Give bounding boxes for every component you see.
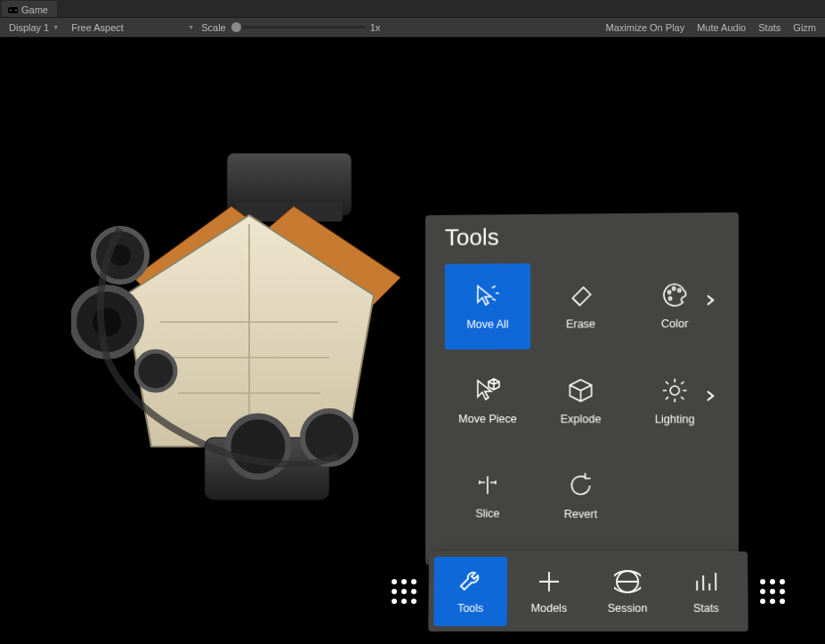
svg-point-16 xyxy=(136,351,175,390)
slider-thumb[interactable] xyxy=(231,22,241,32)
aspect-dropdown[interactable]: Free Aspect ▼ xyxy=(66,20,199,35)
nav-label: Stats xyxy=(693,602,719,615)
maximize-on-play-button[interactable]: Maximize On Play xyxy=(601,20,691,35)
tool-label: Color xyxy=(661,318,689,330)
nav-session[interactable]: Session xyxy=(591,557,664,626)
game-viewport[interactable]: Tools Move AllEraseColorMove PieceExplod… xyxy=(0,37,825,644)
plus-icon xyxy=(536,568,562,595)
wrench-icon xyxy=(457,568,484,595)
gizmos-button[interactable]: Gizm xyxy=(788,20,821,35)
nav-bar: ToolsModelsSessionStats xyxy=(428,551,748,632)
panel-title: Tools xyxy=(445,221,726,252)
tool-label: Revert xyxy=(564,508,597,520)
revert-icon xyxy=(567,472,594,499)
tool-label: Erase xyxy=(566,318,595,330)
tool-move-piece[interactable]: Move Piece xyxy=(445,358,530,445)
editor-tab-bar: Game xyxy=(0,0,825,18)
display-label: Display 1 xyxy=(9,22,49,33)
scale-slider[interactable] xyxy=(231,26,365,28)
tool-color[interactable]: Color xyxy=(631,262,718,350)
game-toolbar: Display 1 ▼ Free Aspect ▼ Scale 1x Maxim… xyxy=(0,18,825,37)
drag-handle-left[interactable] xyxy=(388,576,420,608)
sun-icon xyxy=(661,377,689,404)
nav-label: Session xyxy=(608,602,648,615)
tool-label: Slice xyxy=(475,507,499,519)
nav-label: Tools xyxy=(457,602,483,615)
tool-explode[interactable]: Explode xyxy=(538,358,624,445)
chevron-right-icon xyxy=(706,390,715,405)
bars-icon xyxy=(692,568,719,595)
palette-icon xyxy=(661,281,689,309)
nav-models[interactable]: Models xyxy=(513,557,586,626)
tool-label: Move Piece xyxy=(458,413,516,425)
tool-label: Lighting xyxy=(655,413,695,425)
tool-move-all[interactable]: Move All xyxy=(445,263,530,350)
nav-stats[interactable]: Stats xyxy=(669,557,743,626)
display-dropdown[interactable]: Display 1 ▼ xyxy=(4,20,64,35)
engine-model[interactable] xyxy=(71,153,427,527)
chevron-right-icon xyxy=(706,294,715,309)
slice-icon xyxy=(474,471,501,498)
svg-point-17 xyxy=(228,416,288,477)
drag-handle-right[interactable] xyxy=(756,576,789,608)
tool-erase[interactable]: Erase xyxy=(538,262,624,349)
cursor-cube-icon xyxy=(474,377,501,404)
nav-label: Models xyxy=(531,602,567,615)
tab-game[interactable]: Game xyxy=(2,1,57,17)
scale-control: Scale 1x xyxy=(201,22,380,33)
tab-label: Game xyxy=(21,4,48,15)
tools-panel: Tools Move AllEraseColorMove PieceExplod… xyxy=(425,213,739,568)
tool-lighting[interactable]: Lighting xyxy=(631,358,718,445)
tool-revert[interactable]: Revert xyxy=(538,453,624,539)
stats-button[interactable]: Stats xyxy=(753,20,786,35)
chevron-down-icon: ▼ xyxy=(53,24,59,30)
gamepad-icon xyxy=(7,5,18,14)
nav-bar-container: ToolsModelsSessionStats xyxy=(388,551,789,632)
tool-label: Explode xyxy=(561,413,602,425)
globe-icon xyxy=(614,568,641,595)
cube-icon xyxy=(567,377,594,404)
mute-audio-button[interactable]: Mute Audio xyxy=(692,20,751,35)
scale-label: Scale xyxy=(201,22,226,33)
eraser-icon xyxy=(567,282,594,309)
nav-tools[interactable]: Tools xyxy=(433,557,507,626)
scale-value: 1x xyxy=(370,22,381,33)
chevron-down-icon: ▼ xyxy=(188,24,194,30)
tool-label: Move All xyxy=(466,318,508,331)
cursor-multi-icon xyxy=(474,283,501,310)
aspect-label: Free Aspect xyxy=(71,22,124,33)
tool-slice[interactable]: Slice xyxy=(445,453,530,539)
